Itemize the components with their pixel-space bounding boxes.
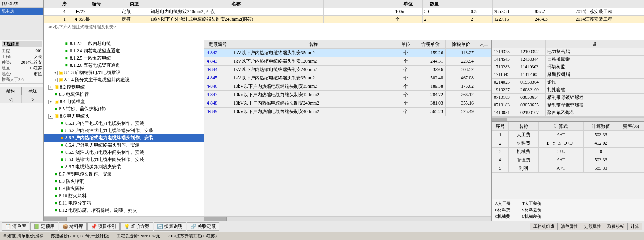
status-spec: 单规范(清单报价)投标 bbox=[3, 233, 43, 239]
tree-item-82[interactable]: + ▣ 8.2 控制电缆 bbox=[44, 84, 204, 91]
btn-scheme[interactable]: 💡 组价方案 bbox=[120, 222, 153, 231]
tree-item-865[interactable]: ■ 8.6.5 浇注式电力电缆中间头制作、安装 bbox=[44, 149, 204, 156]
tree-item-861[interactable]: ■ 8.6.1 户内干包式电力电缆头制作、安装 bbox=[44, 120, 204, 127]
table-row[interactable]: 1 4-856换 定额 10kV以下户外浇注式电缆终端头制安240mm2(铜芯)… bbox=[44, 16, 644, 23]
info-label: 地区: bbox=[2, 65, 11, 71]
mat-row[interactable]: 0710183 03050655 精制带母镀锌螺栓 bbox=[492, 101, 644, 109]
navigation-nav-btn[interactable]: 导航 bbox=[22, 87, 43, 95]
tree-item-83[interactable]: ■ 8.3 电缆保护管 bbox=[44, 91, 204, 98]
tab-calc[interactable]: 计算 bbox=[628, 223, 642, 230]
tab-list-attr[interactable]: 清单属性 bbox=[558, 223, 581, 230]
btn-left[interactable]: ◁ bbox=[0, 95, 22, 103]
calc-row[interactable]: 2 材料费 B+Y+Z+Q+D+ 452.02 bbox=[492, 139, 644, 147]
tree-item-86[interactable]: - ▣ 8.6 电力电缆头 bbox=[44, 113, 204, 120]
code-link[interactable]: 4-844 bbox=[207, 67, 217, 72]
code-link[interactable]: 4-843 bbox=[207, 58, 217, 64]
def-table-scrollbar[interactable] bbox=[204, 216, 491, 221]
btn-dinge[interactable]: 📗 定额库 bbox=[30, 222, 58, 231]
tree-item-8123[interactable]: ■ 8.1.2.3 一般四芯电缆 bbox=[44, 40, 204, 47]
def-table-row[interactable]: 4-847 10kV以下户内热缩电缆终端头制安120mm2 个 284.72 2… bbox=[204, 91, 491, 99]
def-table-row[interactable]: 4-848 10kV以下户内热缩电缆终端头制安240mm2 个 381.03 3… bbox=[204, 99, 491, 108]
mat-row[interactable]: 1414545 12430344 自粘橡胶带 bbox=[492, 56, 644, 63]
mat-row[interactable]: 0214025 01550304 铅扣 bbox=[492, 79, 644, 86]
status-source: 2014江苏安装工程(13江苏) bbox=[168, 233, 217, 239]
cell-notax: 176.62 bbox=[446, 82, 476, 91]
tree-content[interactable]: ■ 8.1.2.3 一般四芯电缆 ■ 8.1.2.4 四芯电缆竖直通道 ■ 8.… bbox=[44, 40, 204, 216]
btn-qingdan[interactable]: 📋 清单库 bbox=[2, 222, 29, 231]
expand-icon[interactable]: - bbox=[48, 114, 53, 119]
btn-label: 材料库 bbox=[69, 223, 83, 230]
btn-material[interactable]: 📦 材料库 bbox=[59, 222, 87, 231]
mat-row[interactable]: 0710183 03050654 精制带母镀锌螺栓 bbox=[492, 94, 644, 101]
tree-item-866[interactable]: ■ 8.6.6 热缩式电力电缆中间头制作、安装 bbox=[44, 156, 204, 163]
table-row[interactable]: 4 4-729 定额 铜芯电力电缆敷设240mm2(四芯) 100m 30 0.… bbox=[44, 8, 644, 16]
expand-icon[interactable]: + bbox=[48, 85, 53, 90]
tree-item-label: 8.9 防火隔板 bbox=[59, 185, 84, 192]
fee-label-b: B材料费 bbox=[495, 207, 510, 213]
scrollbar-thumb[interactable] bbox=[44, 217, 67, 221]
mat-row[interactable]: 1714325 12100392 电力复合脂 bbox=[492, 48, 644, 56]
code-link[interactable]: 4-845 bbox=[207, 75, 217, 81]
def-table-row[interactable]: 4-849 10kV以下户内热缩电缆终端头制安400mm2 个 565.23 5… bbox=[204, 108, 491, 116]
leaf-icon: ■ bbox=[59, 150, 64, 155]
tree-item-88[interactable]: ■ 8.8 防火堵洞 bbox=[44, 178, 204, 185]
btn-related[interactable]: 🔗 关联定额 bbox=[187, 222, 219, 231]
code-link[interactable]: 4-842 bbox=[207, 50, 217, 55]
tree-item-814[interactable]: + ▣ 8.1.4 预分支主干电缆竖井内敷设 bbox=[44, 76, 204, 84]
calc-row[interactable]: 5 利润 A+T 503.33 bbox=[492, 164, 644, 172]
code-link[interactable]: 4-848 bbox=[207, 100, 217, 106]
tree-item-8124[interactable]: ■ 8.1.2.4 四芯电缆竖直通道 bbox=[44, 47, 204, 55]
def-table-row[interactable]: 4-843 1kV以下户内热缩电缆终端头制安120mm2 个 244.31 22… bbox=[204, 57, 491, 66]
def-table-row[interactable]: 4-846 10kV以下户内热缩电缆终端头制安35mm2 个 189.38 17… bbox=[204, 82, 491, 91]
tree-scrollbar[interactable] bbox=[44, 216, 204, 221]
tree-item-label: 8.10 防火涂料 bbox=[59, 193, 87, 199]
nav-item-lowvoltage[interactable]: 低压出线 bbox=[0, 0, 43, 8]
tree-item-813[interactable]: + ▣ 8.1.3 矿物绝缘电力电缆敷设 bbox=[44, 69, 204, 76]
tree-item-87[interactable]: ■ 8.7 控制电缆头制作、安装 bbox=[44, 171, 204, 178]
nav-item-distribution[interactable]: 配电房 bbox=[0, 8, 43, 15]
tab-composition[interactable]: 工料机组成 bbox=[530, 223, 558, 230]
expand-icon[interactable]: + bbox=[48, 100, 53, 104]
expand-icon[interactable]: + bbox=[53, 78, 58, 82]
cell-name: 1kV以下户内热缩电缆终端头制安240mm2 bbox=[231, 66, 396, 74]
tab-quota-attr[interactable]: 定额属性 bbox=[581, 223, 604, 230]
tree-item-812[interactable]: ■ 8.12 电缆防腐、堵石棉绳、刷漆、剥皮 bbox=[44, 207, 204, 214]
mat-row[interactable]: 1910227 26082109 扎扎套管 bbox=[492, 86, 644, 94]
mat-scrollbar-thumb[interactable] bbox=[492, 118, 507, 121]
tree-item-8126[interactable]: ■ 8.1.2.6 五芯电缆竖直通道 bbox=[44, 62, 204, 69]
btn-right[interactable]: ▷ bbox=[22, 95, 43, 103]
btn-convert[interactable]: 🔄 换算说明 bbox=[154, 222, 186, 231]
def-table-row[interactable]: 4-842 1kV以下户内热缩电缆终端头制安35mm2 个 159.26 148… bbox=[204, 49, 491, 57]
calc-row[interactable]: 3 机械费 C+U 0 bbox=[492, 147, 644, 156]
tree-item-84[interactable]: + ▣ 8.4 电缆槽盒 bbox=[44, 98, 204, 105]
tree-item-864[interactable]: ■ 8.6.4 户外电力电缆终端头制作、安装 bbox=[44, 142, 204, 149]
tree-item-85[interactable]: ■ 8.5 铺砂、盖保护板(砖) bbox=[44, 105, 204, 113]
tree-item-label: 8.4 电缆槽盒 bbox=[60, 98, 85, 105]
btn-guide[interactable]: 📌 项目指引 bbox=[87, 222, 120, 231]
tree-item-862[interactable]: ■ 8.6.2 户内浇注式电力电缆终端头制作、安装 bbox=[44, 127, 204, 134]
def-table-row[interactable]: 4-845 1kV以下户内热缩电缆终端头制安35mm2 个 502.48 467… bbox=[204, 74, 491, 82]
tree-item-89[interactable]: ■ 8.9 防火隔板 bbox=[44, 185, 204, 192]
structure-nav-btn[interactable]: 结构 bbox=[0, 87, 22, 95]
mat-row[interactable]: 1710283 11410303 环氧树脂 bbox=[492, 63, 644, 71]
btn-label: 清单库 bbox=[12, 223, 26, 230]
calc-row[interactable]: 4 管理费 A+T 503.33 bbox=[492, 156, 644, 164]
mat-row[interactable]: 1410051 02190107 聚四氟乙烯带 bbox=[492, 109, 644, 117]
code-link[interactable]: 4-849 bbox=[207, 109, 217, 114]
expand-icon[interactable]: + bbox=[53, 71, 58, 75]
table-row[interactable]: 10kV以下户内浇注式电缆终端头制安? bbox=[44, 23, 644, 31]
tree-item-8125[interactable]: ■ 8.1.2.5 一般五芯电缆 bbox=[44, 55, 204, 62]
scrollbar-thumb[interactable] bbox=[204, 217, 227, 221]
tab-fee-template[interactable]: 取费模板 bbox=[604, 223, 628, 230]
def-table-row[interactable]: 4-844 1kV以下户内热缩电缆终端头制安240mm2 个 329.6 308… bbox=[204, 66, 491, 74]
code-link[interactable]: 4-846 bbox=[207, 84, 217, 89]
mat-row[interactable]: 1711345 11412303 聚酰胺树脂 bbox=[492, 71, 644, 79]
tree-item-867[interactable]: ■ 8.6.7 电缆绝缘穿刺线夹安装 bbox=[44, 163, 204, 171]
calc-row[interactable]: 1 人工费 A+T 503.33 bbox=[492, 130, 644, 139]
tree-item-811[interactable]: ■ 8.11 电缆分支箱 bbox=[44, 200, 204, 207]
cell-name: 1kV以下户内热缩电缆终端头制安35mm2 bbox=[231, 74, 396, 82]
code-link[interactable]: 4-847 bbox=[207, 92, 217, 97]
mat-scrollbar[interactable] bbox=[492, 117, 644, 122]
tree-item-810[interactable]: ■ 8.10 防火涂料 bbox=[44, 192, 204, 200]
tree-item-863[interactable]: ■ 8.6.3 户内热缩式电力电缆终端头制作、安装 bbox=[44, 134, 204, 142]
